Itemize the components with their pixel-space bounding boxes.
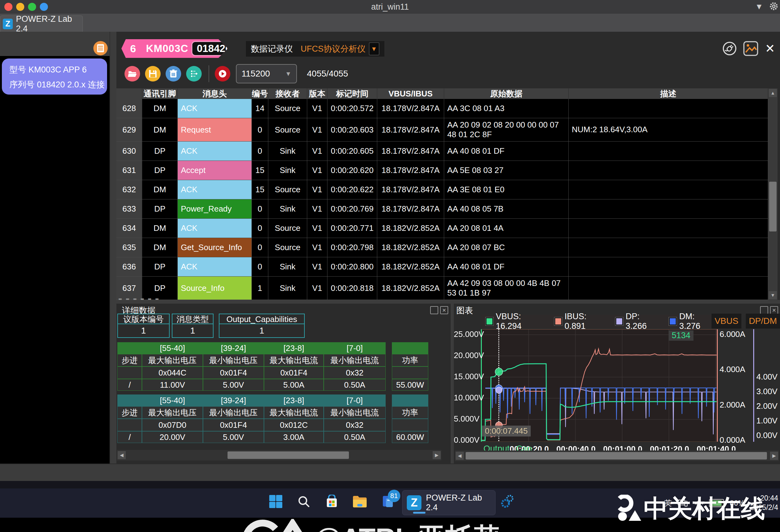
table-row-cell[interactable]: Source — [268, 219, 307, 238]
pdo-decoded-value[interactable]: 5.00V — [203, 431, 264, 443]
table-row-cell[interactable]: AA 40 08 01 DF — [444, 142, 569, 161]
table-row-cell[interactable]: 631 — [116, 161, 142, 180]
legend-item[interactable]: VBUS: 16.294 — [486, 312, 546, 331]
bottom-panel-splitter[interactable] — [451, 304, 454, 464]
pdo-hex-value[interactable] — [117, 419, 142, 431]
scroll-left-icon[interactable]: ◀ — [456, 452, 464, 460]
chart-canvas[interactable] — [482, 329, 717, 441]
table-header[interactable]: 版本 — [307, 88, 328, 99]
table-row-cell[interactable]: ACK — [178, 142, 252, 161]
device-info-card[interactable]: 型号 KM003C APP 6 序列号 018420 2.0.x 连接 — [2, 58, 107, 95]
table-row-cell[interactable]: V1 — [307, 180, 328, 200]
table-row-cell[interactable]: Sink — [268, 142, 307, 161]
scrollbar-thumb[interactable] — [228, 451, 349, 459]
table-row-cell[interactable]: DP — [142, 200, 178, 219]
scope-plug-icon[interactable] — [722, 41, 738, 57]
table-row-cell[interactable]: 18.178V/2.847A — [377, 118, 444, 142]
table-row-cell[interactable]: V1 — [307, 277, 328, 300]
table-header[interactable]: 标记时间 — [328, 88, 377, 99]
table-row-cell[interactable]: Sink — [268, 161, 307, 180]
table-header[interactable]: 描述 — [569, 88, 768, 99]
table-row-cell[interactable]: V1 — [307, 238, 328, 257]
table-row-cell[interactable]: 14 — [252, 99, 268, 118]
filter-settings-button[interactable] — [186, 66, 202, 82]
table-row-cell[interactable]: 18.182V/2.852A — [377, 257, 444, 277]
pdo-power-value[interactable]: 55.00W — [392, 379, 428, 391]
pdo-hex-value[interactable]: 0x07D0 — [142, 419, 203, 431]
table-row-cell[interactable]: ACK — [178, 219, 252, 238]
scrollbar-thumb[interactable] — [466, 452, 767, 460]
open-file-button[interactable] — [125, 66, 140, 82]
scroll-up-icon[interactable]: ▲ — [769, 89, 777, 97]
table-row-cell[interactable]: 18.182V/2.852A — [377, 277, 444, 300]
table-header[interactable]: 消息头 — [178, 88, 252, 99]
detail-float-icon[interactable] — [430, 306, 438, 314]
table-row-cell[interactable]: 0:00:20.622 — [328, 180, 377, 200]
chart-close-icon[interactable]: ✕ — [770, 306, 778, 314]
gears-settings-icon[interactable] — [499, 493, 516, 510]
table-row-cell[interactable]: V1 — [307, 257, 328, 277]
table-row-cell[interactable]: 18.178V/2.847A — [377, 180, 444, 200]
table-row-cell[interactable]: V1 — [307, 118, 328, 142]
device-list-button[interactable] — [93, 41, 108, 55]
table-row-cell[interactable]: V1 — [307, 142, 328, 161]
table-row-cell[interactable]: Sink — [268, 200, 307, 219]
table-row-cell[interactable] — [569, 142, 768, 161]
table-row-cell[interactable]: 1 — [252, 277, 268, 300]
table-row-cell[interactable]: Accept — [178, 161, 252, 180]
chevron-down-icon[interactable]: ▼ — [369, 42, 379, 55]
pdo-hex-value[interactable] — [117, 367, 142, 379]
pdo-hex-value[interactable]: 0x01F4 — [203, 367, 264, 379]
table-row-cell[interactable]: NUM:2 18.64V,3.00A — [569, 118, 768, 142]
chart-image-icon[interactable] — [743, 41, 759, 57]
table-row-cell[interactable]: V1 — [307, 161, 328, 180]
horizontal-splitter[interactable] — [116, 300, 780, 304]
table-row-cell[interactable]: AA 20 09 02 08 20 00 00 00 07 48 01 2C 8… — [444, 118, 569, 142]
table-row-cell[interactable]: DM — [142, 180, 178, 200]
table-row-cell[interactable]: DP — [142, 257, 178, 277]
table-row-cell[interactable]: 635 — [116, 238, 142, 257]
pdo-decoded-value[interactable]: 20.00V — [142, 431, 203, 443]
table-row-cell[interactable]: 0:00:20.605 — [328, 142, 377, 161]
start-button[interactable] — [267, 493, 285, 510]
table-row-cell[interactable]: 629 — [116, 118, 142, 142]
table-row-cell[interactable]: DM — [142, 99, 178, 118]
tab-ufcs-analyzer[interactable]: UFCS协议分析仪▼ — [296, 41, 384, 57]
table-row-cell[interactable] — [569, 161, 768, 180]
play-record-button[interactable] — [215, 66, 230, 82]
table-row-cell[interactable]: 0:00:20.620 — [328, 161, 377, 180]
table-row-cell[interactable]: AA 3C 08 01 A3 — [444, 99, 569, 118]
pdo-hex-value[interactable]: 0x32 — [324, 367, 386, 379]
table-row-cell[interactable] — [569, 180, 768, 200]
table-row-cell[interactable]: ACK — [178, 180, 252, 200]
table-vertical-scrollbar[interactable]: ▲ ▼ — [768, 88, 778, 300]
dropdown-triangle-icon[interactable]: ▼ — [755, 2, 763, 11]
table-header[interactable]: 通讯引脚 — [142, 88, 178, 99]
table-row-cell[interactable]: V1 — [307, 200, 328, 219]
table-row-cell[interactable]: 0 — [252, 257, 268, 277]
chart-horizontal-scrollbar[interactable]: ◀ ▶ — [455, 450, 779, 461]
device-tab[interactable]: 6 KM003C 018420 — [121, 39, 228, 58]
table-row-cell[interactable]: 0:00:20.572 — [328, 99, 377, 118]
table-row-cell[interactable] — [569, 99, 768, 118]
table-row-cell[interactable]: Get_Source_Info — [178, 238, 252, 257]
table-row-cell[interactable]: AA 20 08 01 4A — [444, 219, 569, 238]
pdo-decoded-value[interactable]: 5.00V — [203, 379, 264, 391]
detail-horizontal-scrollbar[interactable]: ◀ ▶ — [117, 450, 441, 461]
table-row-cell[interactable]: 0 — [252, 200, 268, 219]
table-row-cell[interactable]: Source — [268, 238, 307, 257]
table-row-cell[interactable]: Request — [178, 118, 252, 142]
table-row-cell[interactable]: 0:00:20.798 — [328, 238, 377, 257]
table-row-cell[interactable]: AA 20 08 07 BC — [444, 238, 569, 257]
legend-item[interactable]: IBUS: 0.891 — [554, 312, 607, 331]
table-row-cell[interactable]: 630 — [116, 142, 142, 161]
table-row-cell[interactable]: 0 — [252, 238, 268, 257]
scroll-right-icon[interactable]: ▶ — [770, 452, 778, 460]
pdo-decoded-value[interactable]: 3.00A — [264, 431, 324, 443]
clear-trash-button[interactable] — [165, 66, 181, 82]
table-row-cell[interactable]: AA 5E 08 03 27 — [444, 161, 569, 180]
table-row-cell[interactable]: 18.178V/2.847A — [377, 99, 444, 118]
table-row-cell[interactable]: V1 — [307, 99, 328, 118]
pdo-decoded-value[interactable]: / — [117, 379, 142, 391]
table-row-cell[interactable] — [569, 257, 768, 277]
